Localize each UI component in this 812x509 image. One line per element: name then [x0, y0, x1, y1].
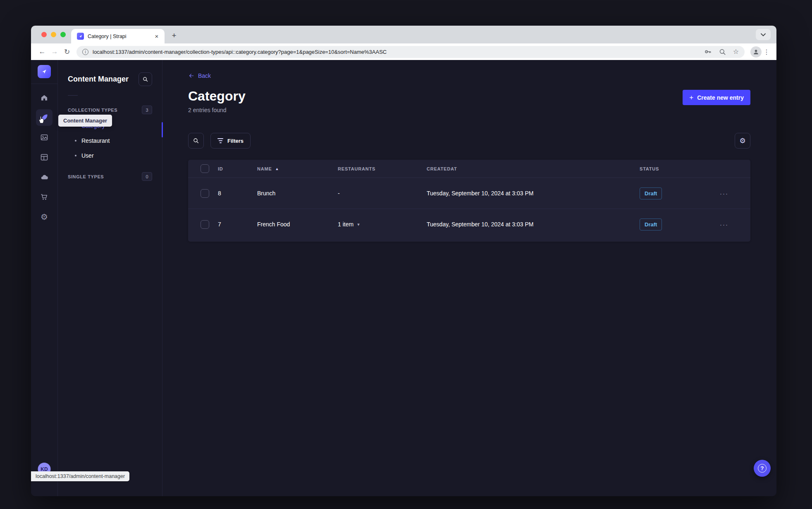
strapi-logo[interactable] [38, 65, 51, 78]
help-button[interactable]: ? [754, 460, 771, 477]
bookmark-star-icon[interactable]: ☆ [733, 48, 739, 55]
cell-name: French Food [257, 221, 338, 228]
rail-divider [31, 84, 57, 84]
nav-media-library-button[interactable] [36, 129, 53, 146]
filters-row: Filters ⚙ [188, 133, 750, 149]
collection-types-count-badge: 3 [142, 106, 152, 114]
browser-window: Category | Strapi × + ← → ↻ i localhost:… [31, 26, 776, 496]
minimize-window-button[interactable] [51, 32, 56, 37]
table-header-row: ID NAME ▲ RESTAURANTS CREATEDAT STATUS [188, 160, 750, 178]
question-mark-icon: ? [758, 464, 767, 473]
row-actions-menu[interactable]: ··· [710, 221, 728, 228]
url-text[interactable]: localhost:1337/admin/content-manager/col… [93, 49, 700, 55]
strapi-favicon-icon [77, 33, 84, 40]
column-header-restaurants[interactable]: RESTAURANTS [338, 166, 427, 171]
column-header-id[interactable]: ID [218, 166, 257, 171]
row-checkbox[interactable] [201, 189, 209, 198]
content-type-builder-icon [40, 153, 48, 161]
cell-name: Brunch [257, 190, 338, 197]
sort-asc-icon: ▲ [275, 167, 279, 171]
column-header-status[interactable]: STATUS [640, 166, 710, 171]
browser-menu-icon[interactable]: ⋮ [762, 48, 771, 56]
new-tab-button[interactable]: + [168, 29, 180, 42]
status-badge: Draft [640, 218, 662, 230]
collection-types-label: COLLECTION TYPES [68, 108, 117, 113]
create-new-entry-button[interactable]: + Create new entry [683, 90, 750, 105]
zoom-magnifier-icon[interactable] [719, 48, 726, 56]
cell-restaurants: - [338, 190, 427, 197]
forward-nav-icon[interactable]: → [48, 46, 61, 58]
nav-home-button[interactable] [36, 89, 53, 106]
search-icon [193, 137, 199, 144]
table-row[interactable]: 7 French Food 1 item ▾ Tuesday, Septembe… [188, 209, 750, 240]
filters-label: Filters [227, 138, 244, 144]
content-manager-feather-icon [40, 113, 48, 122]
window-controls [41, 32, 66, 37]
content-manager-tooltip: Content Manager [58, 115, 112, 127]
entries-table: ID NAME ▲ RESTAURANTS CREATEDAT STATUS 8… [188, 160, 750, 242]
nav-content-type-builder-button[interactable] [36, 149, 53, 166]
table-search-button[interactable] [188, 133, 204, 149]
close-window-button[interactable] [41, 32, 47, 37]
status-bar-link: localhost:1337/admin/content-manager [31, 471, 129, 481]
row-checkbox[interactable] [201, 220, 209, 229]
single-types-label: SINGLE TYPES [68, 174, 104, 179]
back-arrow-icon [188, 73, 195, 79]
cell-id: 8 [218, 190, 257, 197]
table-row[interactable]: 8 Brunch - Tuesday, September 10, 2024 a… [188, 178, 750, 209]
cell-createdat: Tuesday, September 10, 2024 at 3:03 PM [427, 221, 640, 228]
browser-toolbar: ← → ↻ i localhost:1337/admin/content-man… [31, 43, 776, 60]
column-header-name[interactable]: NAME ▲ [257, 166, 338, 171]
nav-content-manager-button[interactable] [36, 109, 53, 126]
bullet-icon [75, 140, 76, 142]
cloud-icon [40, 173, 49, 182]
cell-restaurants-expandable[interactable]: 1 item ▾ [338, 221, 427, 228]
page-title: Category [188, 89, 246, 103]
page-title-block: Category 2 entries found [188, 89, 246, 113]
nav-marketplace-button[interactable] [36, 189, 53, 205]
subnav-item-restaurant[interactable]: Restaurant [68, 133, 152, 148]
media-library-icon [40, 133, 48, 142]
plus-icon: + [689, 94, 693, 102]
subnav-divider [68, 95, 78, 96]
column-header-createdat[interactable]: CREATEDAT [427, 166, 640, 171]
tab-strip: Category | Strapi × + [31, 26, 776, 43]
tab-title: Category | Strapi [88, 34, 149, 39]
maximize-window-button[interactable] [60, 32, 66, 37]
select-all-checkbox[interactable] [201, 164, 209, 173]
home-icon [40, 94, 48, 102]
reload-icon[interactable]: ↻ [61, 46, 73, 58]
cell-id: 7 [218, 221, 257, 228]
browser-profile-icon[interactable] [750, 46, 762, 58]
subnav-item-label: User [81, 152, 94, 159]
row-actions-menu[interactable]: ··· [710, 190, 728, 197]
nav-settings-button[interactable]: ⚙ [36, 209, 53, 225]
subnav-title: Content Manager [68, 75, 129, 84]
browser-tab[interactable]: Category | Strapi × [71, 29, 165, 43]
address-bar[interactable]: i localhost:1337/admin/content-manager/c… [76, 46, 745, 58]
main-nav-rail: ⚙ KD [31, 60, 58, 496]
subnav-item-label: Restaurant [81, 137, 110, 144]
back-label: Back [198, 72, 211, 79]
tab-close-icon[interactable]: × [153, 33, 160, 40]
status-badge: Draft [640, 187, 662, 199]
filters-button[interactable]: Filters [210, 133, 251, 149]
subnav-search-button[interactable] [139, 72, 152, 86]
back-link[interactable]: Back [188, 72, 211, 79]
view-settings-button[interactable]: ⚙ [735, 133, 750, 149]
nav-cloud-button[interactable] [36, 169, 53, 185]
tab-search-chevron-icon[interactable] [756, 29, 771, 40]
subnav-item-user[interactable]: User [68, 148, 152, 163]
active-item-indicator [162, 122, 163, 137]
password-key-icon[interactable] [704, 48, 712, 56]
filter-icon [217, 138, 223, 143]
search-icon [142, 76, 148, 82]
omnibox-actions: ☆ [704, 48, 739, 56]
cell-createdat: Tuesday, September 10, 2024 at 3:03 PM [427, 190, 640, 197]
site-info-icon[interactable]: i [82, 49, 88, 55]
strapi-app: ⚙ KD Content Manager COLLECTION TYPES 3 … [31, 60, 776, 496]
shopping-cart-icon [40, 193, 48, 201]
back-nav-icon[interactable]: ← [36, 46, 48, 58]
gear-icon: ⚙ [739, 137, 745, 144]
settings-gear-icon: ⚙ [41, 213, 48, 221]
